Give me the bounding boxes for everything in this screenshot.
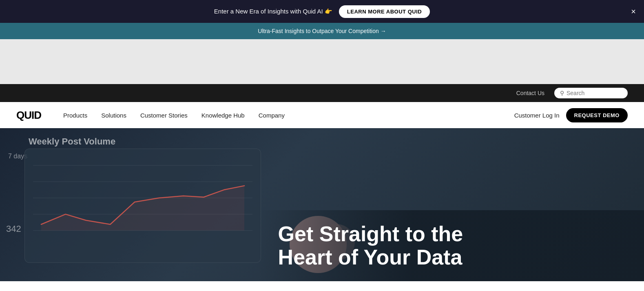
customer-login-link[interactable]: Customer Log In — [514, 112, 560, 119]
hero-heading-line2: Heart of Your Data — [278, 245, 463, 269]
nav-actions: Customer Log In REQUEST DEMO — [514, 108, 628, 122]
announcement-bar: Enter a New Era of Insights with Quid AI… — [0, 0, 644, 23]
nav-link-knowledge-hub[interactable]: Knowledge Hub — [196, 109, 250, 122]
secondary-bar-text: Ultra-Fast Insights to Outpace Your Comp… — [258, 28, 386, 34]
logo[interactable]: QUID — [16, 109, 41, 122]
svg-marker-5 — [41, 186, 244, 231]
gray-spacer-area — [0, 39, 644, 84]
request-demo-button[interactable]: REQUEST DEMO — [566, 108, 628, 122]
learn-more-button[interactable]: LEARN MORE ABOUT QUID — [339, 5, 430, 18]
dashboard-card — [24, 149, 261, 263]
nav-link-solutions[interactable]: Solutions — [95, 109, 132, 122]
hero-text-overlay: Get Straight to the Heart of Your Data — [258, 210, 644, 281]
nav-links: Products Solutions Customer Stories Know… — [58, 109, 514, 122]
secondary-bar: Ultra-Fast Insights to Outpace Your Comp… — [0, 23, 644, 39]
announcement-text: Enter a New Era of Insights with Quid AI… — [214, 8, 332, 15]
main-nav: QUID Products Solutions Customer Stories… — [0, 102, 644, 128]
search-icon: ⚲ — [560, 90, 564, 96]
chart-number: 342 — [6, 224, 21, 234]
nav-link-products[interactable]: Products — [58, 109, 93, 122]
chart-area: Weekly Post Volume 7 days 342 — [4, 136, 208, 259]
hero-section: Weekly Post Volume 7 days 342 Get Straig… — [0, 128, 644, 281]
close-announcement-button[interactable]: × — [631, 7, 636, 16]
search-box: ⚲ — [554, 88, 628, 98]
hero-heading-line1: Get Straight to the — [278, 222, 463, 246]
chart-title: Weekly Post Volume — [4, 136, 208, 147]
contact-us-link[interactable]: Contact Us — [516, 90, 544, 96]
line-chart — [33, 157, 252, 239]
nav-link-customer-stories[interactable]: Customer Stories — [135, 109, 193, 122]
hero-heading: Get Straight to the Heart of Your Data — [278, 222, 624, 269]
search-input[interactable] — [567, 90, 622, 96]
nav-top-bar: Contact Us ⚲ — [0, 84, 644, 102]
nav-link-company[interactable]: Company — [253, 109, 290, 122]
